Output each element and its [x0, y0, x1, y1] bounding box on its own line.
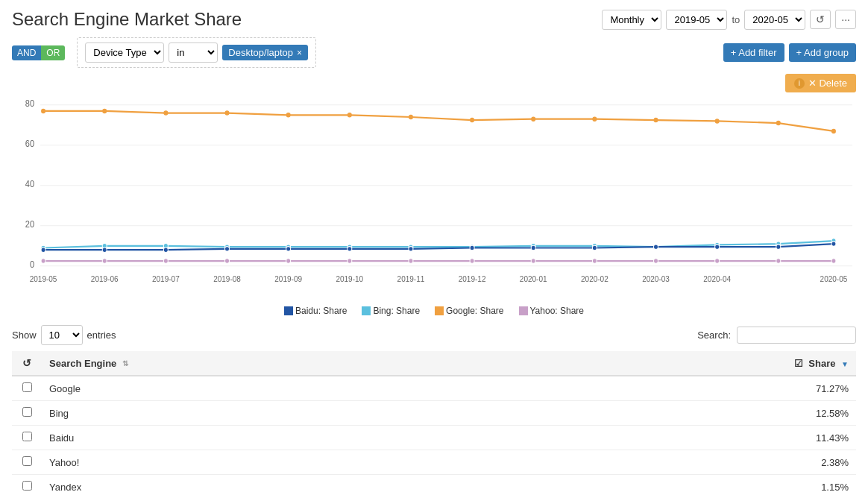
- filter-remove-button[interactable]: ×: [297, 48, 302, 58]
- svg-point-23: [41, 109, 45, 113]
- svg-point-57: [409, 247, 413, 251]
- svg-point-77: [776, 259, 781, 263]
- legend-bing-color: [362, 306, 371, 315]
- page-container: Search Engine Market Share Monthly Daily…: [0, 0, 868, 495]
- share-value: 1.15%: [510, 475, 856, 496]
- engine-name: Yandex: [42, 475, 510, 496]
- row-checkbox-bing[interactable]: [22, 407, 32, 417]
- legend-baidu-label: Baidu: Share: [295, 306, 347, 316]
- svg-point-63: [776, 245, 781, 249]
- search-label: Search:: [697, 330, 731, 341]
- delete-label: ✕ Delete: [808, 78, 847, 89]
- more-button[interactable]: ···: [835, 10, 856, 29]
- and-button[interactable]: AND: [12, 45, 41, 60]
- svg-text:2019-06: 2019-06: [91, 275, 119, 283]
- chart-legend: Baidu: Share Bing: Share Google: Share Y…: [12, 306, 856, 316]
- date-to-select[interactable]: 2020-05 2019-05 2019-06: [744, 10, 805, 30]
- svg-point-60: [592, 245, 597, 250]
- svg-point-52: [102, 248, 107, 252]
- th-share[interactable]: ☑ Share ▼: [510, 351, 856, 376]
- svg-point-30: [470, 118, 474, 122]
- share-value: 12.58%: [510, 401, 856, 426]
- engine-name: Baidu: [42, 426, 510, 450]
- filter-tag: Desktop/laptop ×: [222, 45, 308, 60]
- legend-google-color: [435, 306, 444, 315]
- or-button[interactable]: OR: [41, 45, 65, 60]
- svg-point-31: [531, 116, 535, 121]
- svg-point-75: [654, 259, 658, 263]
- row-checkbox-yandex[interactable]: [22, 481, 32, 491]
- add-filter-button[interactable]: + Add filter: [723, 43, 784, 62]
- row-checkbox-google[interactable]: [22, 382, 32, 392]
- share-value: 11.43%: [510, 426, 856, 450]
- search-input[interactable]: [737, 327, 856, 344]
- table-controls: Show 5 10 25 50 100 entries Search:: [12, 325, 856, 345]
- svg-point-73: [531, 259, 535, 263]
- filter-operator-select[interactable]: in not in: [169, 42, 218, 63]
- svg-text:2019-07: 2019-07: [152, 275, 180, 283]
- legend-bing: Bing: Share: [362, 306, 420, 316]
- table-row: Baidu 11.43%: [12, 426, 856, 450]
- legend-bing-label: Bing: Share: [373, 306, 420, 316]
- legend-baidu-color: [284, 306, 293, 315]
- svg-point-33: [654, 118, 658, 122]
- date-from-select[interactable]: 2019-05 2019-06 2019-07 2019-08 2019-09 …: [666, 10, 727, 30]
- svg-text:2019-12: 2019-12: [459, 275, 486, 283]
- show-label: Show: [12, 330, 37, 341]
- legend-google-label: Google: Share: [446, 306, 503, 316]
- entries-select[interactable]: 5 10 25 50 100: [41, 325, 83, 345]
- refresh-button[interactable]: ↺: [810, 10, 831, 29]
- row-checkbox-baidu[interactable]: [22, 432, 32, 441]
- legend-google: Google: Share: [435, 306, 503, 316]
- svg-point-71: [409, 259, 413, 263]
- svg-point-27: [286, 113, 291, 117]
- svg-point-70: [347, 259, 352, 263]
- svg-point-76: [715, 259, 720, 263]
- svg-point-64: [831, 242, 836, 246]
- svg-text:2020-01: 2020-01: [520, 275, 547, 283]
- delete-button[interactable]: i ✕ Delete: [785, 74, 856, 92]
- svg-point-32: [592, 116, 597, 121]
- svg-point-55: [286, 247, 291, 251]
- search-control: Search:: [697, 327, 856, 344]
- chart-svg: 80 60 40 20 0 2019-05 2019-06 2019-07 20…: [12, 97, 856, 298]
- legend-yahoo: Yahoo: Share: [519, 306, 585, 316]
- svg-point-34: [715, 119, 720, 123]
- svg-point-26: [225, 110, 230, 115]
- svg-point-68: [225, 259, 230, 263]
- svg-point-51: [41, 248, 45, 252]
- svg-text:2020-03: 2020-03: [642, 275, 670, 283]
- top-actions: AND OR Device Type Country Browser in no…: [12, 37, 856, 68]
- th-engine[interactable]: Search Engine ⇅: [42, 351, 510, 376]
- legend-yahoo-label: Yahoo: Share: [530, 306, 585, 316]
- svg-text:60: 60: [25, 139, 34, 148]
- header-row: Search Engine Market Share Monthly Daily…: [12, 9, 856, 30]
- svg-point-54: [225, 247, 230, 251]
- svg-point-29: [409, 115, 413, 119]
- svg-point-59: [531, 245, 535, 250]
- sort-engine-icon: ⇅: [122, 359, 128, 368]
- share-value: 71.27%: [510, 376, 856, 401]
- svg-point-53: [163, 248, 168, 252]
- svg-point-72: [470, 259, 474, 263]
- table-row: Bing 12.58%: [12, 401, 856, 426]
- th-share-label: Share: [808, 358, 835, 369]
- svg-text:2019-11: 2019-11: [397, 275, 425, 283]
- engine-name: Bing: [42, 401, 510, 426]
- filter-field-select[interactable]: Device Type Country Browser: [85, 42, 164, 63]
- share-checkbox-icon[interactable]: ☑: [794, 358, 803, 369]
- refresh-th-icon[interactable]: ↺: [22, 357, 31, 369]
- to-label: to: [732, 14, 740, 25]
- entries-label: entries: [87, 330, 116, 341]
- filter-group: Device Type Country Browser in not in De…: [77, 37, 316, 68]
- svg-point-56: [347, 247, 352, 251]
- svg-point-35: [776, 121, 781, 125]
- row-checkbox-yahoo[interactable]: [22, 456, 32, 466]
- svg-point-62: [715, 245, 720, 249]
- svg-text:40: 40: [25, 180, 34, 189]
- frequency-select[interactable]: Monthly Daily Weekly: [602, 10, 661, 30]
- share-value: 2.38%: [510, 450, 856, 475]
- table-row: Yandex 1.15%: [12, 475, 856, 496]
- svg-point-69: [286, 259, 291, 263]
- add-group-button[interactable]: + Add group: [789, 43, 856, 62]
